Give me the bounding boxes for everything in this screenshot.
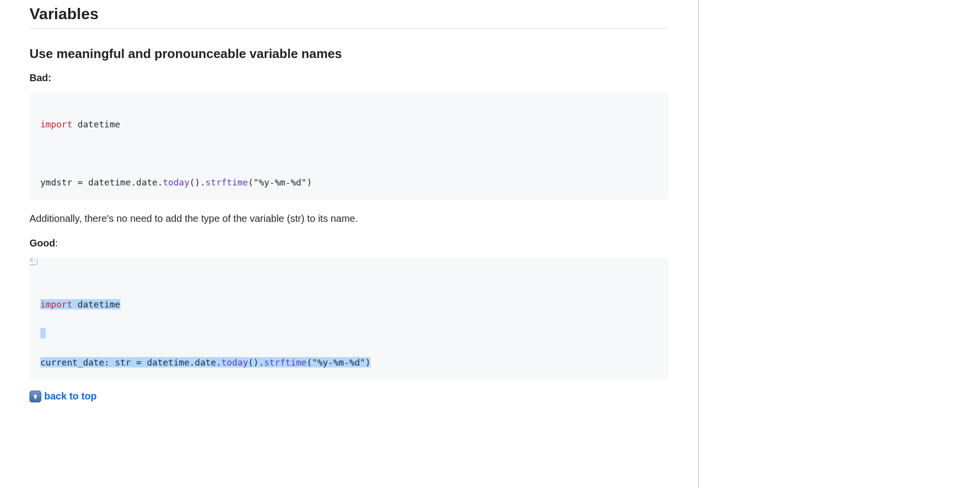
section-title: Variables [29, 5, 668, 29]
good-label: Good: [29, 238, 668, 249]
code-punc: . [131, 177, 136, 187]
subsection-title: Use meaningful and pronounceable variabl… [29, 46, 668, 61]
code-punc: ( [307, 357, 312, 367]
code-func: today [222, 357, 248, 367]
code-punc: ( [248, 177, 254, 187]
code-text: datetime [72, 299, 120, 309]
code-type: str [115, 357, 131, 367]
code-text: date [136, 177, 157, 187]
code-punc: . [259, 357, 264, 367]
code-punc: . [216, 357, 222, 367]
code-string: "%y-%m-%d" [254, 177, 307, 187]
svg-text:文: 文 [29, 258, 33, 261]
code-func: strftime [264, 357, 307, 367]
code-string: "%y-%m-%d" [312, 357, 365, 367]
code-text: datetime [83, 177, 131, 187]
code-punc: . [157, 177, 163, 187]
code-text: current_date [40, 357, 104, 367]
code-punc: . [189, 357, 195, 367]
code-text: datetime [142, 357, 190, 367]
code-punc: () [189, 177, 200, 187]
page-wrap: Variables Use meaningful and pronounceab… [0, 0, 980, 488]
arrow-up-icon [29, 391, 41, 402]
code-block-bad: import datetime ymdstr = datetime.date.t… [29, 92, 668, 200]
content-panel: Variables Use meaningful and pronounceab… [0, 0, 699, 488]
good-label-colon: : [55, 238, 58, 248]
code-punc: ) [365, 357, 371, 367]
code-func: today [163, 177, 189, 187]
code-keyword: import [40, 299, 72, 309]
code-punc: () [248, 357, 259, 367]
code-punc: : [104, 357, 115, 367]
code-keyword: import [40, 119, 72, 129]
back-to-top-text: back to top [44, 391, 97, 402]
note-text: Additionally, there's no need to add the… [29, 212, 668, 226]
back-to-top-link[interactable]: back to top [29, 391, 97, 402]
code-space [131, 357, 136, 367]
code-text: datetime [72, 119, 120, 129]
code-op: = [78, 177, 83, 187]
code-punc: ) [307, 177, 312, 187]
code-punc: . [200, 177, 205, 187]
code-text: date [195, 357, 216, 367]
good-label-bold: Good [29, 238, 55, 248]
code-op: = [136, 357, 142, 367]
code-text: ymdstr [40, 177, 78, 187]
code-func: strftime [205, 177, 248, 187]
bad-label: Bad: [29, 72, 668, 84]
translate-icon[interactable]: G 文 [29, 258, 37, 265]
code-block-good: G 文 import datetime current_date: str = … [29, 258, 668, 380]
